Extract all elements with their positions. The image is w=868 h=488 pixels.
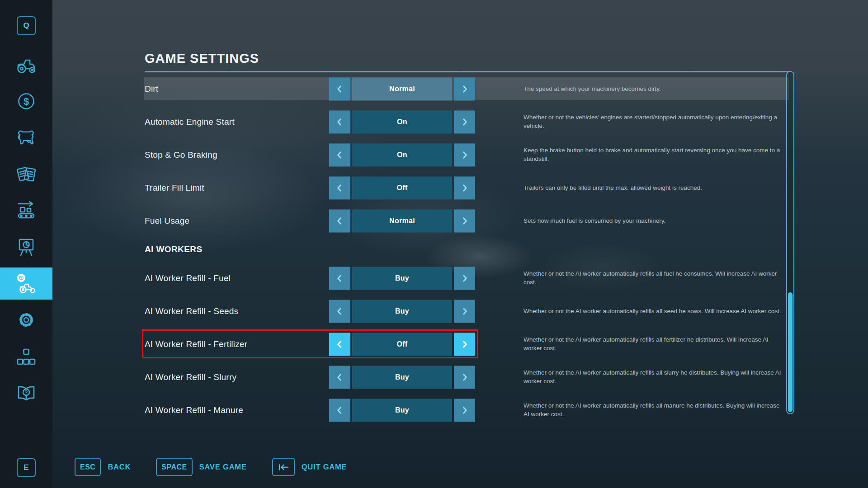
option-selector: Buy xyxy=(329,300,475,323)
option-selector: Buy xyxy=(329,267,475,290)
e-key-label: E xyxy=(24,463,28,472)
setting-row: AI Worker Refill - Fertilizer Off Whethe… xyxy=(0,328,868,361)
option-selector: Buy xyxy=(329,366,475,389)
previous-option-button[interactable] xyxy=(329,209,350,232)
setting-label: AI Worker Refill - Fertilizer xyxy=(145,339,247,349)
option-value[interactable]: Normal xyxy=(352,77,452,100)
back-label: BACK xyxy=(108,463,131,471)
next-option-button[interactable] xyxy=(454,366,475,389)
previous-option-button[interactable] xyxy=(329,77,350,100)
next-option-button[interactable] xyxy=(454,209,475,232)
chevron-left-icon xyxy=(335,84,344,93)
previous-option-button[interactable] xyxy=(329,110,350,133)
setting-label: AI Worker Refill - Manure xyxy=(145,405,243,415)
setting-row: Automatic Engine Start On Whether or not… xyxy=(0,105,868,138)
option-selector: On xyxy=(329,110,475,133)
option-value[interactable]: Off xyxy=(352,176,452,199)
setting-label: Automatic Engine Start xyxy=(145,117,235,127)
chevron-right-icon xyxy=(460,183,469,192)
option-value[interactable]: Normal xyxy=(352,209,452,232)
page-title: GAME SETTINGS xyxy=(145,51,259,66)
next-option-button[interactable] xyxy=(454,176,475,199)
setting-description: Whether or not the AI worker automatical… xyxy=(524,401,785,419)
next-option-button[interactable] xyxy=(454,333,475,356)
chevron-left-icon xyxy=(335,216,344,225)
previous-option-button[interactable] xyxy=(329,143,350,166)
chevron-right-icon xyxy=(460,150,469,159)
next-option-button[interactable] xyxy=(454,300,475,323)
save-game-action[interactable]: SPACE SAVE GAME xyxy=(156,458,246,476)
setting-description: The speed at which your machinery become… xyxy=(524,84,785,94)
chevron-left-icon xyxy=(335,274,344,282)
next-option-button[interactable] xyxy=(454,143,475,166)
option-value[interactable]: Buy xyxy=(352,267,452,290)
scrollbar-thumb[interactable] xyxy=(788,292,793,412)
option-selector: Off xyxy=(329,176,475,199)
previous-option-button[interactable] xyxy=(329,366,350,389)
chevron-left-icon xyxy=(335,406,344,414)
setting-label: AI Worker Refill - Slurry xyxy=(145,372,236,382)
q-key-label: Q xyxy=(23,21,29,30)
setting-description: Whether or not the AI worker automatical… xyxy=(524,307,785,316)
option-value[interactable]: Buy xyxy=(352,366,452,389)
previous-option-button[interactable] xyxy=(329,333,350,356)
previous-option-button[interactable] xyxy=(329,267,350,290)
space-key-badge: SPACE xyxy=(156,458,192,476)
backspace-arrow-icon xyxy=(278,464,289,471)
previous-option-button[interactable] xyxy=(329,300,350,323)
previous-option-button[interactable] xyxy=(329,399,350,422)
option-value[interactable]: Buy xyxy=(352,399,452,422)
q-key-hint: Q xyxy=(17,16,36,35)
esc-key-badge: ESC xyxy=(75,458,101,476)
chevron-left-icon xyxy=(335,373,344,381)
chevron-right-icon xyxy=(460,216,469,225)
footer-action-bar: ESC BACK SPACE SAVE GAME QUIT GAME xyxy=(75,458,347,476)
next-option-button[interactable] xyxy=(454,399,475,422)
setting-row: AI Worker Refill - Fuel Buy Whether or n… xyxy=(0,262,868,295)
settings-list: Dirt Normal The speed at which your mach… xyxy=(0,72,868,427)
save-game-label: SAVE GAME xyxy=(199,463,247,471)
setting-row: AI Worker Refill - Slurry Buy Whether or… xyxy=(0,361,868,394)
setting-label: Fuel Usage xyxy=(145,216,189,226)
e-key-hint: E xyxy=(17,458,36,477)
setting-description: Whether or not the vehicles' engines are… xyxy=(524,113,785,131)
setting-label: Trailer Fill Limit xyxy=(145,183,204,193)
chevron-right-icon xyxy=(460,373,469,381)
chevron-left-icon xyxy=(335,117,344,126)
setting-row: Fuel Usage Normal Sets how much fuel is … xyxy=(0,204,868,237)
chevron-right-icon xyxy=(460,274,469,282)
setting-description: Whether or not the AI worker automatical… xyxy=(524,335,785,353)
next-option-button[interactable] xyxy=(454,267,475,290)
setting-description: Keep the brake button held to brake and … xyxy=(524,146,785,164)
option-value[interactable]: On xyxy=(352,110,452,133)
chevron-right-icon xyxy=(460,406,469,414)
option-selector: On xyxy=(329,143,475,166)
option-selector: Buy xyxy=(329,399,475,422)
chevron-right-icon xyxy=(460,340,469,348)
esc-key-label: ESC xyxy=(80,463,95,471)
option-selector: Off xyxy=(329,333,475,356)
chevron-left-icon xyxy=(335,340,344,348)
option-value[interactable]: On xyxy=(352,143,452,166)
setting-description: Whether or not the AI worker automatical… xyxy=(524,269,785,287)
option-selector: Normal xyxy=(329,209,475,232)
backspace-key-badge xyxy=(272,458,295,476)
section-header: AI WORKERS xyxy=(0,237,868,262)
chevron-left-icon xyxy=(335,183,344,192)
next-option-button[interactable] xyxy=(454,110,475,133)
setting-row: AI Worker Refill - Seeds Buy Whether or … xyxy=(0,295,868,328)
quit-game-action[interactable]: QUIT GAME xyxy=(272,458,347,476)
option-value[interactable]: Buy xyxy=(352,300,452,323)
scrollbar-track[interactable] xyxy=(786,71,794,414)
setting-label: Stop & Go Braking xyxy=(145,150,217,160)
chevron-right-icon xyxy=(460,307,469,315)
setting-label: AI Worker Refill - Seeds xyxy=(145,306,238,316)
option-selector: Normal xyxy=(329,77,475,100)
chevron-left-icon xyxy=(335,150,344,159)
setting-row: AI Worker Refill - Manure Buy Whether or… xyxy=(0,394,868,427)
back-action[interactable]: ESC BACK xyxy=(75,458,131,476)
setting-description: Trailers can only be filled until the ma… xyxy=(524,183,785,192)
option-value[interactable]: Off xyxy=(352,333,452,356)
next-option-button[interactable] xyxy=(454,77,475,100)
previous-option-button[interactable] xyxy=(329,176,350,199)
